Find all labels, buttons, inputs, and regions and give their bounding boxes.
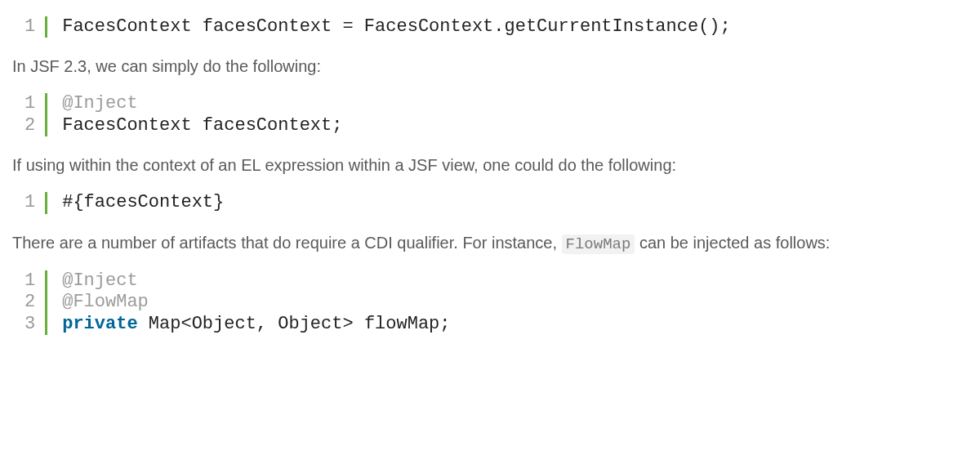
line-numbers: 1 xyxy=(24,192,47,213)
code-token: (); xyxy=(698,16,731,37)
code-token: #{facesContext} xyxy=(62,192,224,212)
code-token-keyword: private xyxy=(62,314,137,334)
line-numbers: 1 2 3 xyxy=(24,270,47,335)
paragraph: If using within the context of an EL exp… xyxy=(12,153,968,177)
code-token-annotation: @Inject xyxy=(62,93,137,114)
code-token: flowMap xyxy=(354,314,440,334)
inline-code: FlowMap xyxy=(562,234,635,254)
paragraph: There are a number of artifacts that do … xyxy=(12,230,968,257)
code-content: FacesContext facesContext = FacesContext… xyxy=(47,16,731,38)
code-token: > xyxy=(342,314,353,334)
code-token: Object xyxy=(192,314,256,334)
code-block-1: 1 FacesContext facesContext = FacesConte… xyxy=(24,16,968,38)
code-token: = xyxy=(342,16,353,37)
code-token: ; xyxy=(332,115,342,136)
line-numbers: 1 2 xyxy=(24,93,47,136)
code-token-annotation: @Inject xyxy=(62,270,137,291)
code-token: FacesContext xyxy=(354,16,494,37)
code-block-4: 1 2 3 @Inject @FlowMap private Map<Objec… xyxy=(24,270,968,335)
code-token: . xyxy=(493,16,504,37)
code-token: < xyxy=(180,314,191,334)
text-segment: can be injected as follows: xyxy=(635,234,830,252)
code-token: , xyxy=(256,314,267,334)
code-content: #{facesContext} xyxy=(47,192,224,213)
code-content: @Inject @FlowMap private Map<Object, Obj… xyxy=(47,270,450,335)
text-segment: There are a number of artifacts that do … xyxy=(12,234,562,252)
code-block-3: 1 #{facesContext} xyxy=(24,192,968,213)
code-token: Object xyxy=(267,314,342,334)
line-numbers: 1 xyxy=(24,16,47,38)
code-token: ; xyxy=(439,314,450,334)
code-token: FacesContext facesContext xyxy=(62,115,332,136)
paragraph: In JSF 2.3, we can simply do the followi… xyxy=(12,54,968,78)
code-token-annotation: @FlowMap xyxy=(62,292,149,312)
code-block-2: 1 2 @Inject FacesContext facesContext; xyxy=(24,93,968,136)
code-token: Map xyxy=(138,314,181,334)
code-content: @Inject FacesContext facesContext; xyxy=(47,93,342,136)
code-token: getCurrentInstance xyxy=(505,16,699,37)
code-token: FacesContext facesContext xyxy=(62,16,342,37)
